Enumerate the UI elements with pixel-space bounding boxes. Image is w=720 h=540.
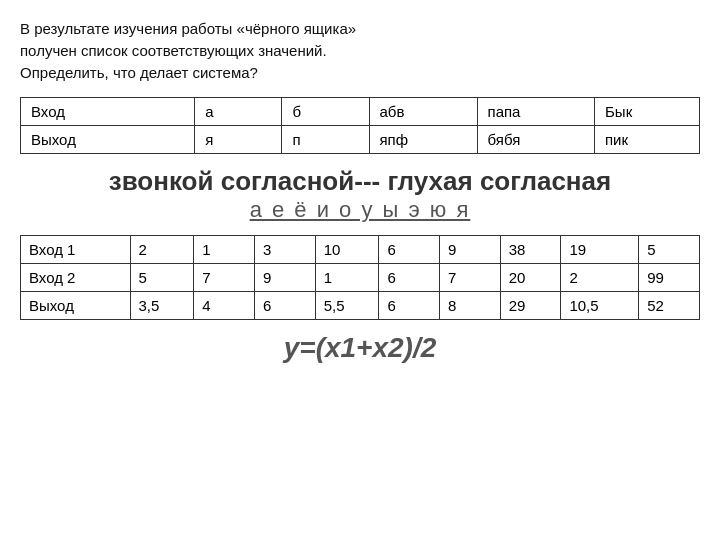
table2: Вход 1213106938195Вход 257916720299Выход… (20, 235, 700, 320)
table-cell: 5,5 (315, 292, 379, 320)
middle-text-block: звонкой согласной--- глухая согласная а … (20, 166, 700, 223)
table-cell: 2 (561, 264, 639, 292)
table-cell: 38 (500, 236, 561, 264)
middle-line1: звонкой согласной--- глухая согласная (20, 166, 700, 197)
table-cell: 7 (440, 264, 501, 292)
table-cell: 5 (130, 264, 194, 292)
table-cell: япф (369, 126, 477, 154)
table-cell: 19 (561, 236, 639, 264)
table-cell: 3 (254, 236, 315, 264)
table-cell: 5 (639, 236, 700, 264)
table-cell: 6 (379, 236, 440, 264)
table-cell: а (195, 98, 282, 126)
table-cell: 1 (315, 264, 379, 292)
table-cell: 6 (379, 264, 440, 292)
table-cell: 20 (500, 264, 561, 292)
table-cell: бябя (477, 126, 594, 154)
table-cell: Бык (595, 98, 700, 126)
table-cell: 4 (194, 292, 255, 320)
table-cell: 1 (194, 236, 255, 264)
table-cell: 9 (440, 236, 501, 264)
table-cell: папа (477, 98, 594, 126)
description-block: В результате изучения работы «чёрного ящ… (20, 18, 700, 83)
table-cell: Вход 1 (21, 236, 131, 264)
table-cell: 6 (379, 292, 440, 320)
table-row: Выходяпяпфбябяпик (21, 126, 700, 154)
table2-wrapper: Вход 1213106938195Вход 257916720299Выход… (20, 235, 700, 320)
table-row: Выход3,5465,5682910,552 (21, 292, 700, 320)
desc-line3: Определить, что делает система? (20, 62, 700, 84)
table-cell: пик (595, 126, 700, 154)
table1: ВходабабвпапаБыкВыходяпяпфбябяпик (20, 97, 700, 154)
desc-line1: В результате изучения работы «чёрного ящ… (20, 18, 700, 40)
table-row: ВходабабвпапаБык (21, 98, 700, 126)
table-cell: 10,5 (561, 292, 639, 320)
desc-line2: получен список соответствующих значений. (20, 40, 700, 62)
table-row: Вход 257916720299 (21, 264, 700, 292)
table-cell: 3,5 (130, 292, 194, 320)
page: В результате изучения работы «чёрного ящ… (0, 0, 720, 540)
table-row: Вход 1213106938195 (21, 236, 700, 264)
table-cell: 99 (639, 264, 700, 292)
middle-line2: а е ё и о у ы э ю я (20, 197, 700, 223)
table-cell: 29 (500, 292, 561, 320)
table1-wrapper: ВходабабвпапаБыкВыходяпяпфбябяпик (20, 97, 700, 154)
table-cell: 7 (194, 264, 255, 292)
table-cell: 2 (130, 236, 194, 264)
table-cell: абв (369, 98, 477, 126)
table-cell: 52 (639, 292, 700, 320)
table-cell: Вход (21, 98, 195, 126)
formula: y=(x1+x2)/2 (20, 332, 700, 364)
table-cell: Выход (21, 292, 131, 320)
table-cell: б (282, 98, 369, 126)
table-cell: п (282, 126, 369, 154)
table-cell: Вход 2 (21, 264, 131, 292)
table-cell: Выход (21, 126, 195, 154)
table-cell: 10 (315, 236, 379, 264)
table-cell: я (195, 126, 282, 154)
table-cell: 9 (254, 264, 315, 292)
table-cell: 6 (254, 292, 315, 320)
table-cell: 8 (440, 292, 501, 320)
